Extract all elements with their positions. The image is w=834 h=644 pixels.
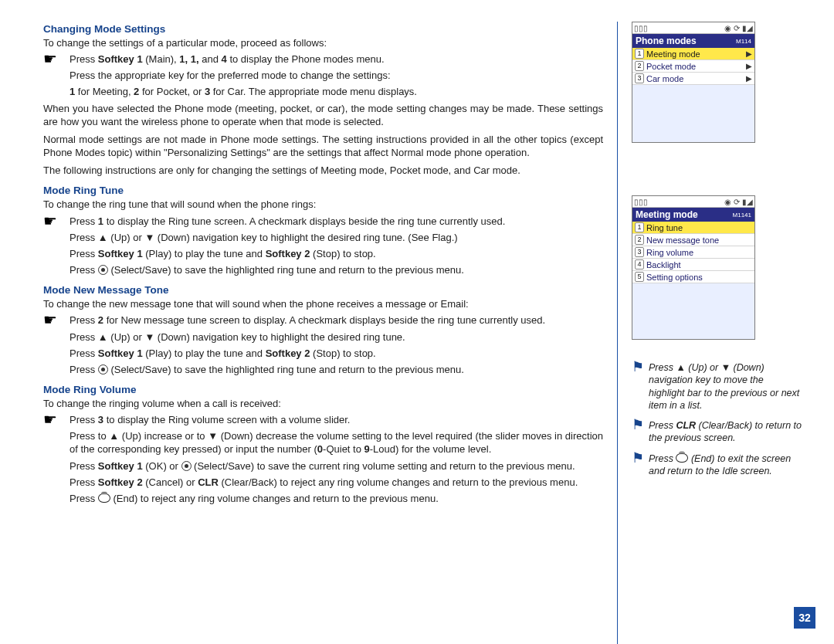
sub-line: Press ▲ (Up) or ▼ (Down) navigation key … — [70, 231, 603, 244]
phone-menu-item: 2New message tone — [632, 234, 754, 246]
main-column: Changing Mode Settings To change the set… — [0, 22, 618, 644]
bullet-item: ☛ Press Softkey 1 (Main), 1, 1, and 4 to… — [43, 53, 603, 66]
menu-item-label: New message tone — [646, 236, 752, 245]
sub-line: Press the appropriate key for the prefer… — [70, 69, 603, 82]
pointer-icon: ☛ — [43, 314, 70, 326]
menu-item-label: Meeting mode — [646, 49, 746, 59]
phone-menu-item: 1Ring tune — [632, 222, 754, 234]
flag-icon: ⚑ — [632, 419, 649, 431]
sub-line: Press (End) to reject any ring volume ch… — [70, 492, 603, 505]
intro-text: To change the ringing volume when a call… — [43, 397, 603, 410]
menu-item-label: Ring volume — [646, 248, 752, 257]
status-left-icons: ▯▯▯ — [634, 24, 648, 32]
bullet-text: Press 2 for New message tune screen to d… — [70, 314, 603, 327]
menu-item-number: 1 — [635, 222, 644, 232]
phone-menu-item: 3Ring volume — [632, 246, 754, 259]
bullet-item: ☛ Press 3 to display the Ring volume scr… — [43, 413, 603, 426]
status-right-icons: ◉ ⟳ ▮◢ — [724, 24, 753, 32]
phone-title-text: Meeting mode — [636, 209, 698, 220]
heading-mode-ring-volume: Mode Ring Volume — [43, 384, 603, 395]
bullet-text: Press 1 to display the Ring tune screen.… — [70, 215, 603, 228]
menu-item-number: 4 — [635, 259, 644, 269]
menu-item-number: 2 — [635, 61, 644, 71]
phone-menu-item: 1Meeting mode▶ — [632, 48, 754, 60]
tips-block: ⚑ Press ▲ (Up) or ▼ (Down) navigation ke… — [632, 361, 802, 485]
menu-item-label: Ring tune — [646, 223, 752, 232]
pointer-icon: ☛ — [43, 413, 70, 425]
tip-text: Press CLR (Clear/Back) to return to the … — [649, 419, 802, 445]
tip-text: Press (End) to exit the screen and retur… — [649, 452, 802, 478]
bullet-item: ☛ Press 2 for New message tune screen to… — [43, 314, 603, 327]
chevron-right-icon: ▶ — [746, 62, 752, 70]
sub-line: Press Softkey 1 (Play) to play the tune … — [70, 347, 603, 360]
paragraph: The following instructions are only for … — [43, 164, 603, 177]
phone-modes-screenshot: ▯▯▯ ◉ ⟳ ▮◢ Phone modes M114 1Meeting mod… — [632, 22, 755, 143]
heading-mode-new-message-tone: Mode New Message Tone — [43, 284, 603, 296]
phone-menu-list: 1Ring tune2New message tone3Ring volume4… — [632, 222, 754, 339]
sub-line: Press (Select/Save) to save the highligh… — [70, 263, 603, 276]
bullet-text: Press 3 to display the Ring volume scree… — [70, 413, 603, 426]
menu-item-number: 3 — [635, 73, 644, 83]
menu-item-number: 2 — [635, 235, 644, 245]
phone-menu-item: 4Backlight — [632, 259, 754, 271]
menu-item-number: 5 — [635, 272, 644, 282]
sub-line: 1 for Meeting, 2 for Pocket, or 3 for Ca… — [70, 85, 603, 98]
tip-item: ⚑ Press CLR (Clear/Back) to return to th… — [632, 419, 802, 445]
phone-status-bar: ▯▯▯ ◉ ⟳ ▮◢ — [632, 22, 754, 34]
phone-menu-item: 3Car mode▶ — [632, 73, 754, 85]
menu-item-label: Backlight — [646, 260, 752, 269]
flag-icon: ⚑ — [632, 361, 649, 373]
intro-text: To change the ring tune that will sound … — [43, 198, 603, 211]
menu-item-number: 1 — [635, 49, 644, 59]
pointer-icon: ☛ — [43, 215, 70, 227]
heading-changing-mode-settings: Changing Mode Settings — [43, 23, 603, 35]
phone-title-text: Phone modes — [636, 36, 697, 46]
pointer-icon: ☛ — [43, 53, 70, 65]
phone-title-bar: Phone modes M114 — [632, 34, 754, 48]
bullet-item: ☛ Press 1 to display the Ring tune scree… — [43, 215, 603, 228]
menu-item-number: 3 — [635, 247, 644, 257]
menu-item-label: Pocket mode — [646, 62, 746, 71]
page: Changing Mode Settings To change the set… — [0, 0, 834, 644]
phone-menu-item: 5Setting options — [632, 271, 754, 283]
menu-item-label: Car mode — [646, 74, 746, 83]
status-right-icons: ◉ ⟳ ▮◢ — [724, 198, 753, 206]
sub-line: Press (Select/Save) to save the highligh… — [70, 363, 603, 376]
intro-text: To change the settings of a particular m… — [43, 36, 603, 49]
tip-item: ⚑ Press ▲ (Up) or ▼ (Down) navigation ke… — [632, 361, 802, 412]
sub-line: Press to ▲ (Up) increase or to ▼ (Down) … — [70, 429, 603, 456]
phone-title-code: M1141 — [733, 212, 751, 219]
meeting-mode-screenshot: ▯▯▯ ◉ ⟳ ▮◢ Meeting mode M1141 1Ring tune… — [632, 195, 755, 340]
phone-menu-item: 2Pocket mode▶ — [632, 60, 754, 73]
phone-title-bar: Meeting mode M1141 — [632, 208, 754, 222]
intro-text: To change the new message tone that will… — [43, 297, 603, 310]
heading-mode-ring-tune: Mode Ring Tune — [43, 185, 603, 196]
page-number-badge: 32 — [794, 607, 815, 629]
tip-text: Press ▲ (Up) or ▼ (Down) navigation key … — [649, 361, 802, 412]
status-left-icons: ▯▯▯ — [634, 198, 648, 206]
sub-line: Press ▲ (Up) or ▼ (Down) navigation key … — [70, 330, 603, 344]
flag-icon: ⚑ — [632, 452, 649, 464]
chevron-right-icon: ▶ — [746, 74, 752, 83]
tip-item: ⚑ Press (End) to exit the screen and ret… — [632, 452, 802, 478]
bullet-text: Press Softkey 1 (Main), 1, 1, and 4 to d… — [70, 53, 603, 66]
side-column: ▯▯▯ ◉ ⟳ ▮◢ Phone modes M114 1Meeting mod… — [618, 22, 811, 644]
menu-item-label: Setting options — [646, 273, 752, 282]
phone-status-bar: ▯▯▯ ◉ ⟳ ▮◢ — [632, 196, 754, 208]
phone-title-code: M114 — [736, 38, 751, 45]
sub-line: Press Softkey 1 (OK) or (Select/Save) to… — [70, 459, 603, 473]
chevron-right-icon: ▶ — [746, 49, 752, 58]
paragraph: When you have selected the Phone mode (m… — [43, 102, 603, 128]
sub-line: Press Softkey 1 (Play) to play the tune … — [70, 247, 603, 260]
paragraph: Normal mode settings are not made in Pho… — [43, 133, 603, 159]
sub-line: Press Softkey 2 (Cancel) or CLR (Clear/B… — [70, 476, 603, 489]
phone-menu-list: 1Meeting mode▶2Pocket mode▶3Car mode▶ — [632, 48, 754, 142]
